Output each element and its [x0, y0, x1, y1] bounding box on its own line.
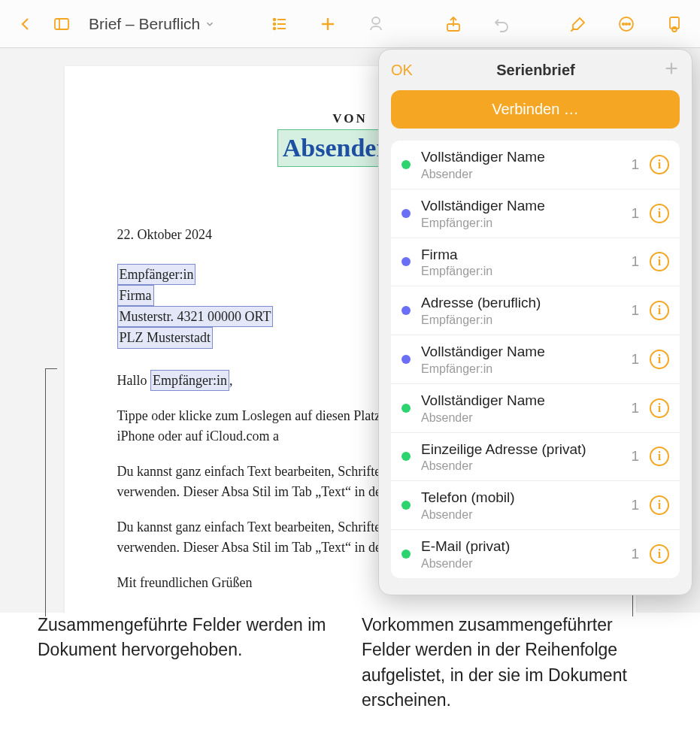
merge-field-greeting-recipient[interactable]: Empfänger:in	[150, 370, 229, 391]
field-sub: Absender	[421, 508, 620, 522]
field-count: 1	[631, 448, 639, 465]
svg-point-13	[626, 23, 627, 24]
field-text: Vollständiger NameAbsender	[421, 148, 620, 181]
svg-point-12	[623, 23, 624, 24]
field-sub: Absender	[421, 168, 620, 181]
callout-left: Zusammengeführte Felder werden im Dokume…	[38, 613, 338, 713]
field-name: Vollständiger Name	[421, 343, 620, 361]
merge-field-row[interactable]: Vollständiger NameEmpfänger:in1i	[391, 189, 680, 238]
field-count: 1	[631, 400, 639, 416]
field-name: E-Mail (privat)	[421, 538, 620, 556]
field-sub: Absender	[421, 411, 620, 425]
field-count: 1	[631, 546, 639, 562]
mail-merge-panel: OK Serienbrief Verbinden … Vollständiger…	[378, 49, 692, 595]
sidebar-icon[interactable]	[47, 9, 77, 39]
field-count: 1	[631, 497, 639, 513]
field-text: Vollständiger NameAbsender	[421, 392, 620, 425]
undo-icon[interactable]	[486, 9, 517, 39]
toolbar: Brief – Beruflich	[0, 0, 700, 48]
color-dot	[402, 404, 411, 413]
info-icon[interactable]: i	[650, 350, 669, 369]
field-text: Telefon (mobil)Absender	[421, 489, 620, 522]
merge-field-row[interactable]: Telefon (mobil)Absender1i	[391, 481, 680, 530]
merge-field-row[interactable]: Einzeilige Adresse (privat)Absender1i	[391, 433, 680, 482]
add-icon[interactable]	[313, 9, 343, 39]
info-icon[interactable]: i	[650, 495, 669, 515]
format-brush-icon[interactable]	[563, 9, 593, 39]
color-dot	[402, 160, 411, 169]
field-sub: Empfänger:in	[421, 313, 620, 327]
field-sub: Absender	[421, 557, 620, 571]
panel-ok-button[interactable]: OK	[391, 62, 413, 79]
svg-point-16	[672, 27, 677, 32]
field-sub: Empfänger:in	[421, 265, 620, 278]
field-sub: Absender	[421, 459, 620, 473]
field-count: 1	[631, 156, 639, 173]
more-icon[interactable]	[611, 9, 641, 39]
field-name: Vollständiger Name	[421, 392, 620, 410]
field-name: Firma	[421, 246, 620, 264]
merge-field-row[interactable]: Vollständiger NameAbsender1i	[391, 141, 680, 189]
field-count: 1	[631, 302, 639, 319]
merge-field-company[interactable]: Firma	[117, 285, 154, 306]
chevron-down-icon	[205, 15, 215, 33]
merge-field-row[interactable]: Adresse (beruflich)Empfänger:in1i	[391, 286, 680, 335]
color-dot	[402, 452, 411, 461]
field-text: Vollständiger NameEmpfänger:in	[421, 197, 620, 230]
field-count: 1	[631, 351, 639, 368]
svg-point-2	[274, 18, 276, 20]
info-icon[interactable]: i	[650, 398, 669, 418]
color-dot	[402, 550, 411, 559]
greeting-pre: Hallo	[117, 373, 151, 388]
field-text: FirmaEmpfänger:in	[421, 246, 620, 279]
document-options-icon[interactable]	[659, 9, 689, 39]
info-icon[interactable]: i	[650, 301, 669, 320]
field-name: Einzeilige Adresse (privat)	[421, 441, 620, 459]
info-icon[interactable]: i	[650, 544, 669, 564]
document-title-text: Brief – Beruflich	[89, 15, 200, 33]
field-name: Vollständiger Name	[421, 197, 620, 215]
panel-title: Serienbrief	[413, 62, 659, 79]
field-text: Einzeilige Adresse (privat)Absender	[421, 441, 620, 474]
list-icon[interactable]	[265, 9, 295, 39]
field-sub: Empfänger:in	[421, 217, 620, 230]
color-dot	[402, 355, 411, 364]
info-icon[interactable]: i	[650, 204, 669, 223]
svg-rect-0	[55, 19, 68, 29]
field-sub: Empfänger:in	[421, 362, 620, 376]
field-name: Adresse (beruflich)	[421, 294, 620, 312]
field-count: 1	[631, 253, 639, 270]
field-text: E-Mail (privat)Absender	[421, 538, 620, 571]
merge-field-address1[interactable]: Musterstr. 4321 00000 ORT	[117, 306, 274, 327]
svg-point-6	[274, 27, 276, 29]
callout-right: Vorkommen zusammengeführter Felder werde…	[362, 613, 662, 713]
merge-field-row[interactable]: Vollständiger NameEmpfänger:in1i	[391, 335, 680, 384]
merge-field-address2[interactable]: PLZ Musterstadt	[117, 327, 214, 348]
collaborate-icon[interactable]	[361, 9, 391, 39]
back-icon[interactable]	[11, 9, 41, 39]
merge-field-row[interactable]: FirmaEmpfänger:in1i	[391, 238, 680, 287]
color-dot	[402, 257, 411, 266]
color-dot	[402, 209, 411, 218]
panel-add-button[interactable]	[659, 60, 680, 80]
document-title[interactable]: Brief – Beruflich	[89, 15, 215, 33]
callout-area: Zusammengeführte Felder werden im Dokume…	[0, 613, 700, 713]
svg-point-14	[629, 23, 630, 24]
callout-leader	[45, 368, 57, 369]
merge-field-row[interactable]: Vollständiger NameAbsender1i	[391, 384, 680, 433]
info-icon[interactable]: i	[650, 252, 669, 271]
connect-button[interactable]: Verbinden …	[391, 90, 680, 129]
greeting-post: ,	[229, 373, 233, 388]
share-icon[interactable]	[438, 9, 468, 39]
field-count: 1	[631, 205, 639, 222]
color-dot	[402, 501, 411, 510]
info-icon[interactable]: i	[650, 447, 669, 466]
info-icon[interactable]: i	[650, 155, 669, 174]
field-text: Adresse (beruflich)Empfänger:in	[421, 294, 620, 327]
merge-field-row[interactable]: E-Mail (privat)Absender1i	[391, 530, 680, 578]
callout-leader	[45, 368, 46, 616]
color-dot	[402, 306, 411, 315]
field-text: Vollständiger NameEmpfänger:in	[421, 343, 620, 376]
merge-field-recipient-name[interactable]: Empfänger:in	[117, 264, 196, 285]
field-name: Vollständiger Name	[421, 148, 620, 166]
